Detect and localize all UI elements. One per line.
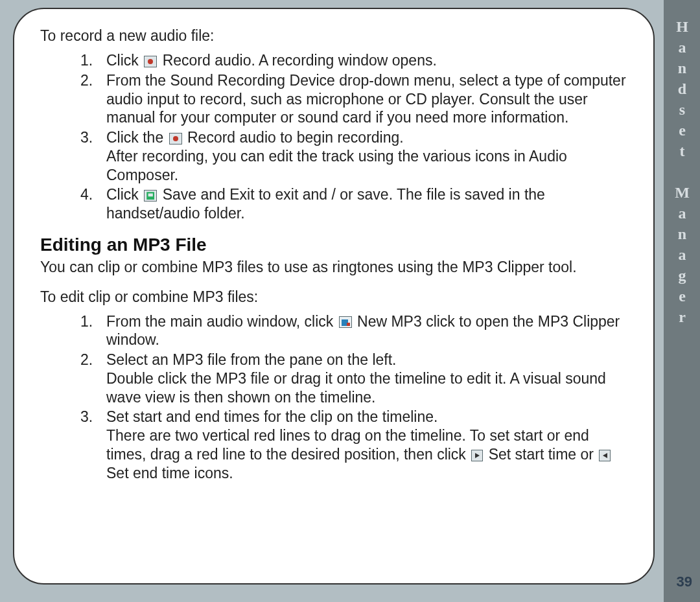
record-audio-icon [169,133,182,145]
step-text: From the Sound Recording Device drop-dow… [106,72,626,126]
step-3: 3. Click the Record audio to begin recor… [80,128,630,184]
step-text: Double click the MP3 file or drag it ont… [106,370,606,406]
set-start-time-icon [471,450,483,461]
step-number: 2. [80,71,93,90]
section1-steps: 1. Click Record audio. A recording windo… [40,51,630,223]
step-number: 4. [80,185,93,204]
step-1: 1. Click Record audio. A recording windo… [80,51,630,70]
section2-desc: You can clip or combine MP3 files to use… [40,258,630,277]
page-wrapper: Handset Manager 39 To record a new audio… [0,0,700,602]
save-exit-icon [144,190,157,202]
section2-heading: Editing an MP3 File [40,235,630,255]
step-3: 3. Set start and end times for the clip … [80,408,630,482]
new-mp3-icon [339,316,352,328]
section2-steps: 1. From the main audio window, click New… [40,312,630,483]
step-text: Click [106,186,143,203]
step-text: Record audio to begin recording. [187,129,404,146]
step-number: 1. [80,312,93,331]
step-number: 2. [80,351,93,369]
record-audio-icon [144,56,157,67]
step-text: Set start and end times for the clip on … [106,408,438,425]
step-text: Set end time icons. [106,465,233,481]
step-text: Click the [106,129,168,146]
step-2: 2. Select an MP3 file from the pane on t… [80,351,630,406]
step-1: 1. From the main audio window, click New… [80,312,630,350]
step-text: Select an MP3 file from the pane on the … [106,351,396,368]
content-card: To record a new audio file: 1. Click Rec… [13,8,655,585]
set-end-time-icon [599,450,611,461]
page-number: 39 [677,573,692,590]
section2-intro: To edit clip or combine MP3 files: [40,288,630,306]
step-2: 2. From the Sound Recording Device drop-… [80,71,630,127]
sidebar-title: Handset Manager [673,18,691,329]
step-text: Click [106,52,143,69]
step-text: Set start time or [489,446,598,463]
section1-intro: To record a new audio file: [40,27,630,45]
step-text: Record audio. A recording window opens. [163,52,437,69]
step-4: 4. Click Save and Exit to exit and / or … [80,185,630,223]
step-text: From the main audio window, click [106,313,338,330]
step-text: Save and Exit to exit and / or save. The… [106,186,545,222]
step-number: 3. [80,408,93,426]
step-text: After recording, you can edit the track … [106,148,567,183]
step-number: 3. [80,128,93,147]
step-number: 1. [80,51,93,70]
sidebar: Handset Manager [664,0,700,602]
